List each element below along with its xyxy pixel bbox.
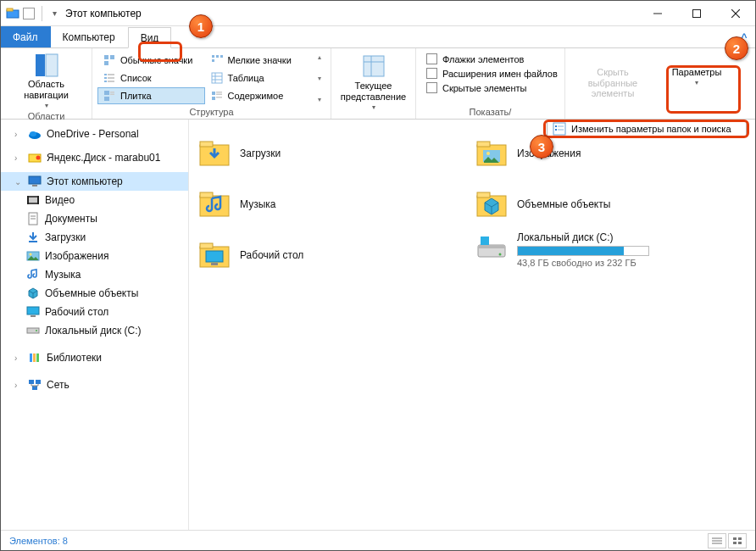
svg-rect-72 [33,353,36,362]
svg-rect-33 [216,97,222,98]
tree-local-disk-c[interactable]: Локальный диск (C:) [1,321,188,340]
svg-rect-89 [206,251,223,262]
svg-rect-21 [212,73,222,83]
svg-rect-90 [211,263,218,265]
layout-content[interactable]: Содержимое [205,87,313,104]
svg-rect-78 [200,142,213,147]
svg-rect-48 [558,126,564,127]
svg-rect-59 [27,196,29,204]
options-menu-label: Изменить параметры папок и поиска [571,124,731,134]
app-icon [6,7,19,20]
tree-images[interactable]: Изображения [1,247,188,265]
tab-view[interactable]: Вид [128,27,172,48]
layout-gallery-spinner[interactable]: ▴▾▾ [314,52,325,105]
svg-rect-27 [110,94,114,96]
tree-onedrive[interactable]: ›OneDrive - Personal [1,125,188,143]
ribbon: Область навигации ▾ Области Обычные знач… [1,48,755,120]
status-item-count: Элементов: 8 [9,536,68,546]
svg-rect-71 [30,353,32,362]
svg-rect-26 [110,92,114,93]
nav-pane-icon [35,53,58,77]
svg-rect-98 [733,537,737,540]
statusbar: Элементов: 8 [1,530,755,550]
tree-desktop[interactable]: Рабочий стол [1,303,188,321]
svg-point-66 [30,253,32,256]
svg-rect-1 [7,8,13,11]
svg-rect-49 [555,129,557,131]
svg-rect-75 [36,380,41,384]
svg-rect-47 [555,125,557,127]
check-file-extensions[interactable]: Расширения имен файлов [426,68,558,79]
tree-libraries[interactable]: ›Библиотеки [1,348,188,367]
minimize-button[interactable] [638,1,677,26]
item-images[interactable]: Изображения [475,130,747,177]
svg-rect-14 [212,59,214,62]
layout-small-icons[interactable]: Мелкие значки [205,52,313,69]
svg-rect-19 [104,81,107,82]
item-3d-objects[interactable]: Объемные объекты [475,181,747,228]
content-area[interactable]: Загрузки Изображения Музыка Объемные объ… [189,120,755,530]
item-local-disk-c[interactable]: Локальный диск (C:) 43,8 ГБ свободно из … [475,231,747,279]
group-label-hide [570,105,655,117]
titlebar: ▾ Этот компьютер [1,1,755,26]
svg-rect-86 [477,192,490,198]
item-desktop[interactable]: Рабочий стол [197,231,470,279]
hide-selected-label: Скрыть выбранные элементы [572,67,653,99]
tree-video[interactable]: Видео [1,191,188,209]
svg-rect-15 [104,74,107,75]
tree-network[interactable]: ›Сеть [1,376,188,394]
svg-rect-11 [212,55,214,58]
maximize-button[interactable] [677,1,716,26]
group-label-layout: Структура [97,105,325,117]
tree-downloads[interactable]: Загрузки [1,228,188,247]
nav-pane-label: Область навигации [6,79,86,100]
svg-point-82 [486,152,490,155]
item-music[interactable]: Музыка [197,181,470,228]
options-button[interactable]: Параметры ▾ [665,52,728,105]
group-label-showhide: Показать/ [421,105,559,117]
ribbon-tabs: Файл Компьютер Вид ^ [1,26,755,48]
svg-rect-67 [27,307,39,314]
svg-point-70 [36,330,37,331]
svg-rect-68 [31,315,36,317]
status-view-icons[interactable] [728,533,747,548]
tree-documents[interactable]: Документы [1,209,188,228]
qat-dropdown[interactable]: ▾ [49,8,60,18]
svg-rect-12 [216,55,219,58]
svg-rect-9 [110,55,114,59]
tree-music[interactable]: Музыка [1,265,188,284]
check-hidden-items[interactable]: Скрытые элементы [426,82,558,93]
tree-this-pc[interactable]: ⌄Этот компьютер [1,172,188,191]
svg-rect-100 [733,542,737,544]
svg-rect-8 [104,55,108,59]
tree-3d-objects[interactable]: Объемные объекты [1,284,188,303]
svg-rect-99 [738,537,742,540]
tab-computer[interactable]: Компьютер [51,26,128,47]
svg-rect-31 [216,94,222,96]
item-downloads[interactable]: Загрузки [197,130,470,177]
layout-normal-icons[interactable]: Обычные значки [97,52,205,69]
svg-rect-74 [29,380,34,384]
disk-free-text: 43,8 ГБ свободно из 232 ГБ [517,258,649,268]
status-view-details[interactable] [708,533,726,548]
svg-rect-13 [220,55,223,58]
navigation-tree[interactable]: ›OneDrive - Personal ›Яндекс.Диск - mara… [1,120,189,530]
svg-rect-94 [481,237,489,245]
check-item-flags[interactable]: Флажки элементов [426,53,558,64]
qat-checkbox[interactable] [23,8,35,19]
svg-rect-6 [36,54,45,76]
svg-rect-60 [37,196,39,204]
options-menu-item[interactable]: Изменить параметры папок и поиска [547,121,747,136]
tab-file[interactable]: Файл [1,26,51,47]
layout-table[interactable]: Таблица [205,70,313,86]
current-view-button[interactable]: Текущее представление ▾ [336,52,410,113]
window-title: Этот компьютер [65,8,142,19]
tree-yandex-disk[interactable]: ›Яндекс.Диск - marabu01 [1,148,188,167]
svg-point-52 [30,131,36,136]
close-button[interactable] [716,1,755,26]
marker-1: 1 [189,14,213,38]
svg-rect-84 [200,192,213,198]
layout-list[interactable]: Список [97,70,205,86]
layout-tiles[interactable]: Плитка [97,87,205,104]
nav-pane-button[interactable]: Область навигации ▾ [6,52,86,109]
